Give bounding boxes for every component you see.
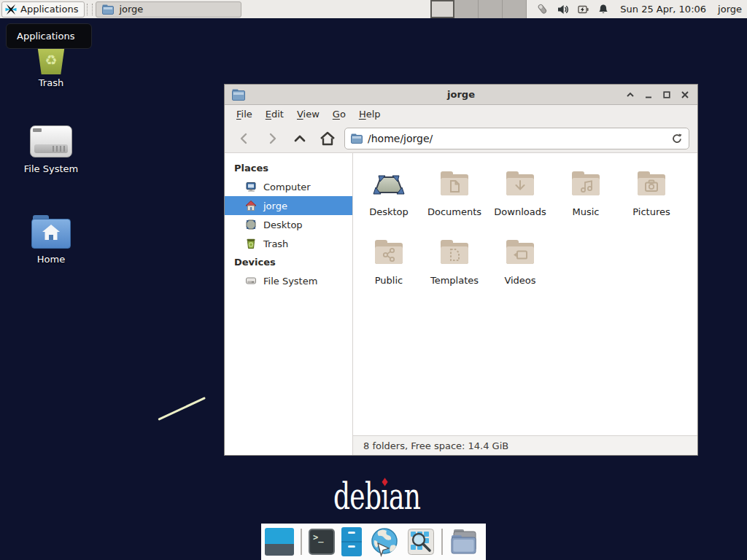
shade-button[interactable]	[624, 89, 635, 100]
file-manager-window: jorge File Edit View Go Help	[224, 84, 698, 456]
workspace-2[interactable]	[454, 0, 479, 18]
hard-drive-icon	[30, 125, 72, 158]
applications-tooltip: Applications	[6, 23, 92, 49]
places-header: Places	[225, 159, 352, 177]
window-controls	[624, 89, 690, 100]
file-item-desktop[interactable]: Desktop	[356, 163, 422, 217]
sidebar-item-trash[interactable]: Trash	[225, 234, 352, 253]
file-icon-view[interactable]: Desktop Documents	[353, 153, 697, 435]
dock-separator	[441, 529, 443, 555]
reload-icon[interactable]	[671, 133, 683, 144]
file-item-pictures[interactable]: Pictures	[619, 163, 684, 217]
workspace-3[interactable]	[479, 0, 503, 18]
taskbar-window-label: jorge	[119, 4, 143, 15]
workspace-pager	[430, 0, 527, 18]
minimize-button[interactable]	[643, 89, 654, 100]
public-folder-icon	[356, 232, 422, 273]
documents-folder-icon	[422, 163, 487, 204]
xfce-applications-icon	[5, 4, 17, 15]
menu-bar: File Edit View Go Help	[225, 105, 697, 124]
menu-go[interactable]: Go	[326, 105, 352, 124]
location-bar[interactable]: /home/jorge/	[344, 128, 689, 149]
show-desktop-icon[interactable]	[265, 528, 294, 556]
back-button[interactable]	[231, 128, 258, 149]
clock[interactable]: Sun 25 Apr, 10:06	[620, 4, 706, 15]
home-folder-icon	[31, 215, 71, 249]
web-browser-globe-icon[interactable]	[368, 526, 400, 558]
templates-folder-icon	[422, 232, 487, 273]
music-folder-icon	[553, 163, 619, 204]
menu-file[interactable]: File	[230, 105, 259, 124]
desktop-icon-label: Home	[7, 254, 95, 265]
applications-menu-button[interactable]: Applications	[1, 1, 85, 18]
tasklist-handle[interactable]	[87, 4, 93, 15]
debian-text-pre: deb	[333, 475, 381, 518]
volume-icon[interactable]	[557, 3, 570, 16]
desktop-icon-label: File System	[7, 163, 95, 174]
file-item-public[interactable]: Public	[356, 232, 422, 286]
desktop-special-icon	[356, 163, 422, 204]
menu-view[interactable]: View	[290, 105, 326, 124]
maximize-button[interactable]	[661, 89, 672, 100]
pictures-folder-icon	[619, 163, 684, 204]
taskbar-folder-icon	[102, 4, 114, 15]
forward-button[interactable]	[258, 128, 286, 149]
desktop-icon-label: Trash	[7, 77, 95, 88]
sidebar-item-computer[interactable]: Computer	[225, 177, 352, 196]
close-button[interactable]	[679, 89, 690, 100]
notifications-bell-icon[interactable]	[597, 3, 610, 16]
trash-small-icon	[245, 238, 257, 249]
location-path[interactable]: /home/jorge/	[368, 133, 666, 144]
workspace-1[interactable]	[430, 0, 454, 18]
window-body: Places Computer	[225, 153, 697, 455]
status-text: 8 folders, Free space: 14.4 GiB	[363, 440, 508, 451]
home-icon	[245, 200, 257, 211]
home-button[interactable]	[314, 128, 341, 149]
taskbar-window-button[interactable]: jorge	[96, 1, 241, 18]
terminal-icon[interactable]: >_	[309, 529, 335, 555]
file-item-videos[interactable]: Videos	[487, 232, 553, 286]
devices-header: Devices	[225, 253, 352, 271]
sidebar-item-desktop[interactable]: Desktop	[225, 215, 352, 234]
peripheral-tray-icon[interactable]	[535, 2, 550, 17]
pathbar-folder-icon	[351, 133, 363, 144]
file-item-documents[interactable]: Documents	[422, 163, 487, 217]
status-bar: 8 folders, Free space: 14.4 GiB	[353, 435, 697, 455]
menu-edit[interactable]: Edit	[259, 105, 290, 124]
toolbar: /home/jorge/	[225, 124, 697, 153]
directory-menu-folder-icon[interactable]	[449, 528, 479, 556]
application-finder-icon[interactable]	[407, 528, 435, 556]
debian-wordmark: debıan	[333, 478, 420, 515]
sidebar-item-file-system[interactable]: File System	[225, 271, 352, 290]
up-button[interactable]	[286, 128, 314, 149]
drive-small-icon	[245, 275, 257, 287]
desktop-icon-file-system[interactable]: File System	[7, 122, 95, 174]
file-item-music[interactable]: Music	[553, 163, 619, 217]
bottom-dock: >_	[261, 524, 486, 560]
sidebar-item-jorge[interactable]: jorge	[225, 196, 352, 215]
debian-dotless-i: ı	[381, 478, 389, 515]
user-menu[interactable]: jorge	[718, 4, 742, 15]
battery-icon[interactable]	[576, 3, 590, 16]
menu-help[interactable]: Help	[352, 105, 387, 124]
sidebar: Places Computer	[225, 153, 353, 455]
title-bar[interactable]: jorge	[225, 85, 697, 105]
main-pane: Desktop Documents	[353, 153, 697, 455]
debian-text-post: an	[389, 475, 420, 518]
file-item-downloads[interactable]: Downloads	[487, 163, 553, 217]
workspace-4[interactable]	[503, 0, 527, 18]
desktop-icon-home[interactable]: Home	[7, 213, 95, 265]
file-item-templates[interactable]: Templates	[422, 232, 487, 286]
file-manager-cabinet-icon[interactable]	[341, 527, 362, 556]
stray-line-artifact	[158, 397, 206, 421]
top-panel: Applications jorge	[0, 0, 747, 18]
computer-icon	[245, 181, 257, 192]
videos-folder-icon	[487, 232, 553, 273]
applications-menu-label: Applications	[20, 4, 78, 15]
desktop-icon	[245, 219, 257, 230]
system-tray	[535, 2, 610, 17]
dock-separator	[301, 529, 302, 555]
desktop: Applications jorge	[0, 0, 747, 560]
downloads-folder-icon	[487, 163, 553, 204]
